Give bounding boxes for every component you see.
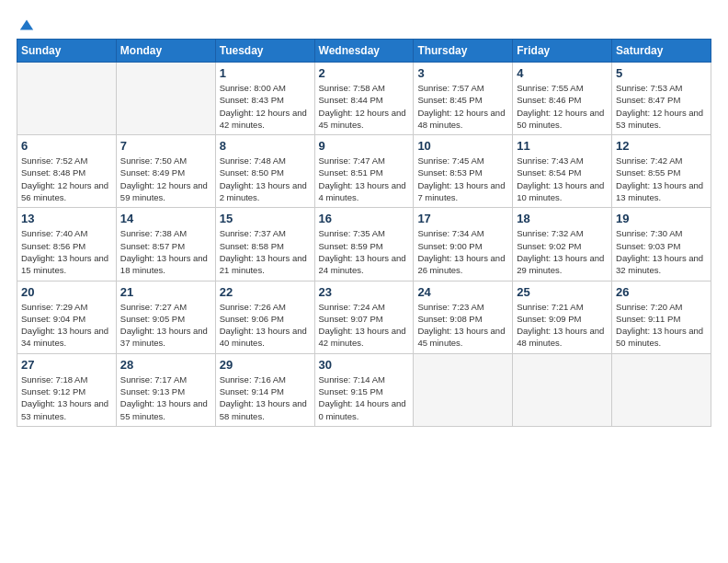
calendar-cell: 17Sunrise: 7:34 AMSunset: 9:00 PMDayligh…	[414, 208, 513, 281]
day-number: 4	[517, 66, 608, 80]
day-number: 29	[220, 358, 311, 372]
day-info: Sunrise: 7:32 AMSunset: 9:02 PMDaylight:…	[517, 227, 608, 276]
calendar-cell: 26Sunrise: 7:20 AMSunset: 9:11 PMDayligh…	[612, 281, 711, 353]
week-row-3: 13Sunrise: 7:40 AMSunset: 8:56 PMDayligh…	[17, 208, 711, 281]
calendar-cell: 11Sunrise: 7:43 AMSunset: 8:54 PMDayligh…	[513, 135, 612, 208]
day-number: 14	[120, 212, 211, 225]
calendar-cell	[116, 63, 215, 135]
calendar-cell: 13Sunrise: 7:40 AMSunset: 8:56 PMDayligh…	[17, 208, 117, 281]
day-info: Sunrise: 7:27 AMSunset: 9:05 PMDaylight:…	[120, 301, 211, 350]
calendar-cell: 30Sunrise: 7:14 AMSunset: 9:15 PMDayligh…	[314, 353, 414, 426]
calendar-cell: 19Sunrise: 7:30 AMSunset: 9:03 PMDayligh…	[612, 208, 711, 281]
day-info: Sunrise: 7:29 AMSunset: 9:04 PMDaylight:…	[21, 301, 112, 350]
calendar-cell: 25Sunrise: 7:21 AMSunset: 9:09 PMDayligh…	[513, 281, 612, 353]
day-info: Sunrise: 7:14 AMSunset: 9:15 PMDaylight:…	[319, 373, 410, 422]
calendar-cell: 2Sunrise: 7:58 AMSunset: 8:44 PMDaylight…	[314, 63, 414, 135]
day-info: Sunrise: 7:23 AMSunset: 9:08 PMDaylight:…	[417, 301, 508, 350]
day-info: Sunrise: 7:55 AMSunset: 8:46 PMDaylight:…	[517, 82, 608, 131]
calendar-cell: 14Sunrise: 7:38 AMSunset: 8:57 PMDayligh…	[116, 208, 215, 281]
day-info: Sunrise: 7:42 AMSunset: 8:55 PMDaylight:…	[616, 155, 707, 203]
calendar-cell: 20Sunrise: 7:29 AMSunset: 9:04 PMDayligh…	[17, 281, 117, 353]
day-number: 3	[417, 66, 508, 80]
day-number: 18	[517, 212, 608, 225]
day-info: Sunrise: 7:30 AMSunset: 9:03 PMDaylight:…	[616, 227, 707, 276]
calendar-cell	[414, 353, 513, 426]
calendar-cell	[17, 63, 117, 135]
calendar-cell: 9Sunrise: 7:47 AMSunset: 8:51 PMDaylight…	[314, 135, 414, 208]
day-number: 23	[319, 285, 410, 299]
day-number: 26	[616, 285, 707, 299]
calendar-cell: 24Sunrise: 7:23 AMSunset: 9:08 PMDayligh…	[414, 281, 513, 353]
calendar-cell: 21Sunrise: 7:27 AMSunset: 9:05 PMDayligh…	[116, 281, 215, 353]
day-info: Sunrise: 7:43 AMSunset: 8:54 PMDaylight:…	[517, 155, 608, 203]
week-row-4: 20Sunrise: 7:29 AMSunset: 9:04 PMDayligh…	[17, 281, 711, 353]
day-info: Sunrise: 7:34 AMSunset: 9:00 PMDaylight:…	[417, 227, 508, 276]
calendar-cell: 4Sunrise: 7:55 AMSunset: 8:46 PMDaylight…	[513, 63, 612, 135]
day-number: 30	[319, 358, 410, 372]
calendar-cell: 22Sunrise: 7:26 AMSunset: 9:06 PMDayligh…	[215, 281, 314, 353]
day-info: Sunrise: 7:48 AMSunset: 8:50 PMDaylight:…	[220, 155, 311, 203]
day-info: Sunrise: 7:40 AMSunset: 8:56 PMDaylight:…	[21, 227, 112, 276]
day-info: Sunrise: 7:47 AMSunset: 8:51 PMDaylight:…	[319, 155, 410, 203]
day-number: 15	[220, 212, 311, 225]
logo	[17, 17, 35, 31]
logo-icon	[18, 17, 35, 33]
calendar-cell: 1Sunrise: 8:00 AMSunset: 8:43 PMDaylight…	[215, 63, 314, 135]
calendar-cell: 29Sunrise: 7:16 AMSunset: 9:14 PMDayligh…	[215, 353, 314, 426]
calendar-cell: 12Sunrise: 7:42 AMSunset: 8:55 PMDayligh…	[612, 135, 711, 208]
calendar-cell: 5Sunrise: 7:53 AMSunset: 8:47 PMDaylight…	[612, 63, 711, 135]
weekday-monday: Monday	[116, 40, 215, 63]
day-info: Sunrise: 8:00 AMSunset: 8:43 PMDaylight:…	[220, 82, 311, 131]
calendar-cell	[513, 353, 612, 426]
day-info: Sunrise: 7:57 AMSunset: 8:45 PMDaylight:…	[417, 82, 508, 131]
day-info: Sunrise: 7:26 AMSunset: 9:06 PMDaylight:…	[220, 301, 311, 350]
week-row-1: 1Sunrise: 8:00 AMSunset: 8:43 PMDaylight…	[17, 63, 711, 135]
calendar-table: SundayMondayTuesdayWednesdayThursdayFrid…	[17, 39, 711, 427]
day-number: 5	[616, 66, 707, 80]
day-info: Sunrise: 7:16 AMSunset: 9:14 PMDaylight:…	[220, 373, 311, 422]
day-info: Sunrise: 7:35 AMSunset: 8:59 PMDaylight:…	[319, 227, 410, 276]
day-number: 22	[220, 285, 311, 299]
svg-marker-0	[20, 20, 33, 30]
day-info: Sunrise: 7:21 AMSunset: 9:09 PMDaylight:…	[517, 301, 608, 350]
calendar-cell: 15Sunrise: 7:37 AMSunset: 8:58 PMDayligh…	[215, 208, 314, 281]
weekday-tuesday: Tuesday	[215, 40, 314, 63]
day-number: 21	[120, 285, 211, 299]
calendar-cell: 8Sunrise: 7:48 AMSunset: 8:50 PMDaylight…	[215, 135, 314, 208]
calendar-cell: 3Sunrise: 7:57 AMSunset: 8:45 PMDaylight…	[414, 63, 513, 135]
day-number: 2	[319, 66, 410, 80]
weekday-friday: Friday	[513, 40, 612, 63]
week-row-2: 6Sunrise: 7:52 AMSunset: 8:48 PMDaylight…	[17, 135, 711, 208]
calendar-cell: 10Sunrise: 7:45 AMSunset: 8:53 PMDayligh…	[414, 135, 513, 208]
day-number: 19	[616, 212, 707, 225]
weekday-sunday: Sunday	[17, 40, 117, 63]
day-number: 27	[21, 358, 112, 372]
calendar-cell	[612, 353, 711, 426]
day-number: 16	[319, 212, 410, 225]
page: SundayMondayTuesdayWednesdayThursdayFrid…	[0, 0, 728, 563]
day-info: Sunrise: 7:17 AMSunset: 9:13 PMDaylight:…	[120, 373, 211, 422]
day-number: 13	[21, 212, 112, 225]
calendar-cell: 7Sunrise: 7:50 AMSunset: 8:49 PMDaylight…	[116, 135, 215, 208]
day-info: Sunrise: 7:24 AMSunset: 9:07 PMDaylight:…	[319, 301, 410, 350]
day-info: Sunrise: 7:50 AMSunset: 8:49 PMDaylight:…	[120, 155, 211, 203]
day-number: 28	[120, 358, 211, 372]
week-row-5: 27Sunrise: 7:18 AMSunset: 9:12 PMDayligh…	[17, 353, 711, 426]
day-number: 7	[120, 139, 211, 153]
day-info: Sunrise: 7:18 AMSunset: 9:12 PMDaylight:…	[21, 373, 112, 422]
calendar-cell: 16Sunrise: 7:35 AMSunset: 8:59 PMDayligh…	[314, 208, 414, 281]
day-number: 11	[517, 139, 608, 153]
day-info: Sunrise: 7:52 AMSunset: 8:48 PMDaylight:…	[21, 155, 112, 203]
day-info: Sunrise: 7:45 AMSunset: 8:53 PMDaylight:…	[417, 155, 508, 203]
weekday-saturday: Saturday	[612, 40, 711, 63]
calendar-cell: 6Sunrise: 7:52 AMSunset: 8:48 PMDaylight…	[17, 135, 117, 208]
day-number: 1	[220, 66, 311, 80]
day-number: 25	[517, 285, 608, 299]
weekday-wednesday: Wednesday	[314, 40, 414, 63]
weekday-thursday: Thursday	[414, 40, 513, 63]
day-number: 6	[21, 139, 112, 153]
day-info: Sunrise: 7:37 AMSunset: 8:58 PMDaylight:…	[220, 227, 311, 276]
header	[17, 17, 711, 31]
day-info: Sunrise: 7:38 AMSunset: 8:57 PMDaylight:…	[120, 227, 211, 276]
day-info: Sunrise: 7:20 AMSunset: 9:11 PMDaylight:…	[616, 301, 707, 350]
